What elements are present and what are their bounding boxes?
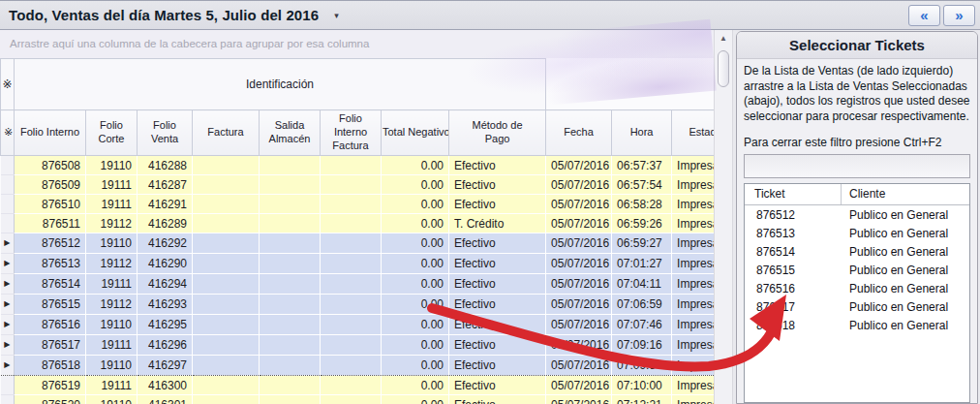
row-indicator-icon[interactable]: ▶: [1, 254, 15, 274]
grid-cell[interactable]: [321, 315, 382, 335]
grid-cell[interactable]: Efectivo: [449, 315, 546, 335]
grid-cell[interactable]: 19110: [86, 156, 138, 175]
grid-row-876509[interactable]: 876509191114162870.00Efectivo05/07/20160…: [1, 175, 715, 195]
grid-cell[interactable]: [260, 195, 321, 214]
grid-cell[interactable]: [260, 156, 321, 175]
grid-cell[interactable]: 0.00: [382, 156, 449, 175]
grid-cell[interactable]: [193, 233, 260, 254]
grid-cell[interactable]: 0.00: [382, 395, 449, 404]
grid-cell[interactable]: 416291: [138, 195, 193, 214]
grid-cell[interactable]: Impresa: [672, 233, 714, 254]
grid-cell[interactable]: 876517: [15, 335, 86, 356]
grid-cell[interactable]: [260, 315, 321, 335]
grid-cell[interactable]: [321, 214, 382, 233]
grid-cell[interactable]: 07:06:59: [612, 295, 672, 315]
column-header-folio-interno[interactable]: Folio Interno: [15, 110, 86, 156]
grid-cell[interactable]: Impresa: [672, 214, 714, 233]
grid-cell[interactable]: [321, 233, 382, 254]
column-header-folio-corte[interactable]: Folio Corte: [86, 110, 138, 156]
grid-cell[interactable]: 07:12:21: [612, 395, 672, 404]
grid-cell[interactable]: 876508: [15, 156, 86, 175]
grid-cell[interactable]: 05/07/2016: [546, 335, 612, 356]
grid-cell[interactable]: 0.00: [382, 195, 449, 214]
grid-cell[interactable]: 07:09:16: [612, 335, 672, 356]
grid-cell[interactable]: 876512: [15, 233, 86, 254]
grid-cell[interactable]: 06:58:28: [612, 195, 672, 214]
cliente-column-header[interactable]: Cliente: [842, 184, 969, 204]
grid-cell[interactable]: 05/07/2016: [546, 274, 612, 295]
grid-cell[interactable]: [321, 376, 382, 395]
ticket-list-item-876517[interactable]: 876517Publico en General: [745, 297, 969, 316]
column-header-m-todo-de-pago[interactable]: Método de Pago: [449, 110, 546, 156]
grid-cell[interactable]: 416287: [138, 175, 193, 195]
grid-cell[interactable]: 416293: [138, 295, 193, 315]
ticket-list-item-876512[interactable]: 876512Publico en General: [745, 205, 969, 224]
row-indicator-icon[interactable]: ▶: [1, 315, 15, 335]
ticket-list-item-876516[interactable]: 876516Publico en General: [745, 279, 969, 297]
grid-cell[interactable]: 19111: [86, 376, 138, 395]
row-indicator[interactable]: [1, 195, 15, 214]
grid-cell[interactable]: 0.00: [382, 295, 449, 315]
scrollbar-thumb[interactable]: [718, 50, 729, 87]
grid-cell[interactable]: 0.00: [382, 214, 449, 233]
grid-cell[interactable]: [260, 274, 321, 295]
grid-cell[interactable]: 876518: [15, 356, 86, 376]
grid-cell[interactable]: 19111: [86, 274, 138, 295]
grid-cell[interactable]: 0.00: [382, 274, 449, 295]
grid-cell[interactable]: 05/07/2016: [546, 376, 612, 395]
grid-cell[interactable]: Impresa: [672, 274, 714, 295]
grid-cell[interactable]: 19111: [86, 175, 138, 195]
grid-cell[interactable]: [260, 335, 321, 356]
grid-cell[interactable]: 0.00: [382, 233, 449, 254]
grid-cell[interactable]: Impresa: [672, 195, 714, 214]
grid-cell[interactable]: [321, 254, 382, 274]
grid-cell[interactable]: Efectivo: [449, 175, 546, 195]
ticket-list-item-876515[interactable]: 876515Publico en General: [745, 261, 969, 279]
grid-cell[interactable]: 416290: [138, 254, 193, 274]
grid-cell[interactable]: [321, 295, 382, 315]
row-indicator-icon[interactable]: ▶: [1, 356, 15, 376]
grid-cell[interactable]: [193, 214, 260, 233]
grid-cell[interactable]: 19112: [86, 254, 138, 274]
grid-row-876516[interactable]: ▶876516191104162950.00Efectivo05/07/2016…: [1, 315, 715, 335]
row-indicator[interactable]: [1, 156, 15, 175]
grid-cell[interactable]: 05/07/2016: [546, 395, 612, 404]
grid-cell[interactable]: 06:57:54: [612, 175, 672, 195]
grid-cell[interactable]: [321, 356, 382, 376]
grid-row-876510[interactable]: 876510191114162910.00Efectivo05/07/20160…: [1, 195, 715, 214]
grid-cell[interactable]: [193, 156, 260, 175]
grid-cell[interactable]: 05/07/2016: [546, 175, 612, 195]
next-page-button[interactable]: »: [943, 5, 975, 26]
grid-cell[interactable]: [260, 254, 321, 274]
grid-cell[interactable]: 876519: [15, 376, 86, 395]
grid-cell[interactable]: 0.00: [382, 376, 449, 395]
grid-cell[interactable]: Impresa: [672, 156, 714, 175]
column-header-factura[interactable]: Factura: [193, 110, 260, 156]
grid-cell[interactable]: [321, 395, 382, 404]
grid-cell[interactable]: [260, 295, 321, 315]
title-dropdown-icon[interactable]: ▾: [334, 11, 339, 20]
grid-cell[interactable]: Efectivo: [449, 356, 546, 376]
column-header-total-negativo[interactable]: Total Negativo: [382, 110, 449, 156]
grid-cell[interactable]: [193, 335, 260, 356]
row-indicator[interactable]: [1, 175, 15, 195]
grid-cell[interactable]: 416295: [138, 315, 193, 335]
grid-cell[interactable]: [260, 356, 321, 376]
grid-cell[interactable]: Impresa: [672, 315, 714, 335]
grid-cell[interactable]: Impresa: [672, 376, 714, 395]
grid-cell[interactable]: 19112: [86, 295, 138, 315]
grid-cell[interactable]: T. Crédito: [449, 214, 546, 233]
column-header-folio-interno-factura[interactable]: Folio Interno Factura: [321, 110, 382, 156]
grid-cell[interactable]: 416288: [138, 156, 193, 175]
grid-cell[interactable]: 07:10:00: [612, 376, 672, 395]
grid-cell[interactable]: [260, 395, 321, 404]
grid-cell[interactable]: [260, 233, 321, 254]
grid-cell[interactable]: 0.00: [382, 254, 449, 274]
grid-cell[interactable]: 19112: [86, 214, 138, 233]
grid-cell[interactable]: 19110: [86, 233, 138, 254]
grid-cell[interactable]: 416294: [138, 274, 193, 295]
vertical-scrollbar[interactable]: ▲: [714, 30, 733, 404]
row-indicator-icon[interactable]: ▶: [1, 233, 15, 254]
grid-cell[interactable]: Impresa: [672, 395, 714, 404]
ticket-list-item-876518[interactable]: 876518Publico en General: [745, 316, 969, 334]
